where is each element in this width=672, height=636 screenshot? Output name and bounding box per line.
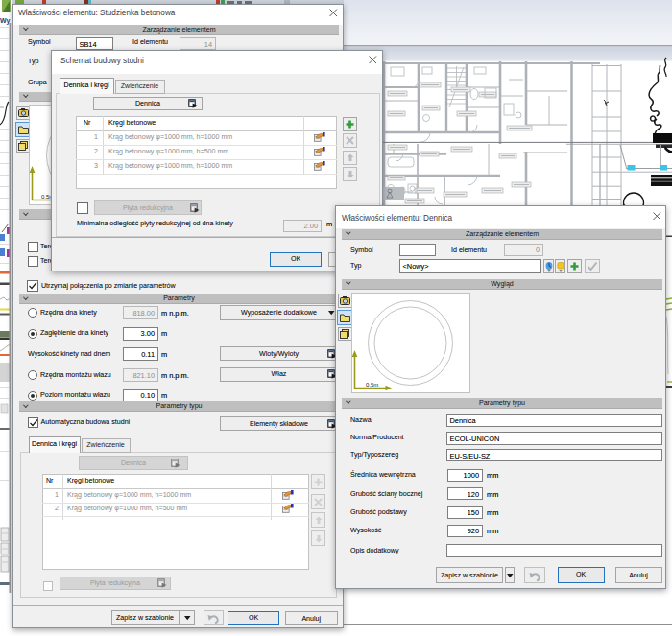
svg-text:0.5m: 0.5m	[366, 382, 378, 388]
svg-text:Wy: Wy	[0, 17, 10, 25]
